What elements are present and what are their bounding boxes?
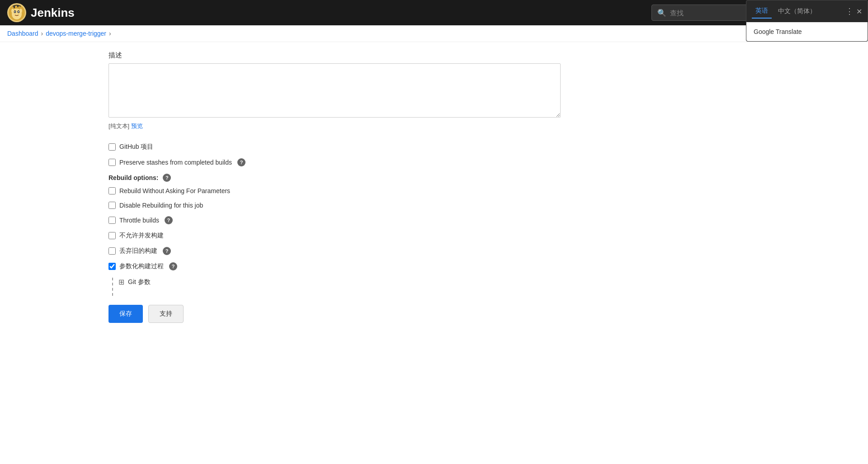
translate-close-icon[interactable]: ✕ xyxy=(856,7,862,16)
translate-tab-chinese[interactable]: 中文（简体） xyxy=(774,5,820,18)
preview-link-row: [纯文本] 预览 xyxy=(108,122,619,130)
translate-popup: 英语 中文（简体） ⋮ ✕ Google Translate xyxy=(746,0,868,42)
github-project-row: GitHub 项目 xyxy=(108,143,619,151)
grid-icon: ⊞ xyxy=(118,278,124,286)
rebuild-without-params-row: Rebuild Without Asking For Parameters xyxy=(108,187,619,194)
breadcrumb-project[interactable]: devops-merge-trigger xyxy=(46,30,106,37)
cancel-button[interactable]: 支持 xyxy=(148,305,184,323)
preserve-stashes-checkbox[interactable] xyxy=(108,159,116,166)
git-params-label: Git 参数 xyxy=(128,278,151,286)
button-row: 保存 支持 xyxy=(108,305,619,323)
svg-point-5 xyxy=(18,11,19,13)
no-concurrent-row: 不允许并发构建 xyxy=(108,232,619,240)
svg-rect-8 xyxy=(14,6,15,8)
throttle-builds-row: Throttle builds ? xyxy=(108,216,619,224)
svg-point-7 xyxy=(19,9,22,13)
parameterized-checkbox[interactable] xyxy=(108,263,116,270)
search-icon: 🔍 xyxy=(657,9,666,17)
save-button[interactable]: 保存 xyxy=(108,305,143,323)
main-content: 描述 [纯文本] 预览 GitHub 项目 Preserve stashes f… xyxy=(0,42,633,332)
breadcrumb-dashboard[interactable]: Dashboard xyxy=(7,30,38,37)
throttle-builds-label: Throttle builds xyxy=(119,217,159,224)
translate-body-text: Google Translate xyxy=(754,28,802,35)
preview-prefix: [纯文本] xyxy=(108,123,129,129)
jenkins-logo-icon xyxy=(7,3,26,22)
svg-point-6 xyxy=(11,9,14,13)
rebuild-options-heading: Rebuild options: ? xyxy=(108,174,619,182)
breadcrumb-separator-2: › xyxy=(109,30,111,37)
translate-more-icon[interactable]: ⋮ xyxy=(845,6,854,16)
app-title: Jenkins xyxy=(31,6,75,20)
preserve-stashes-row: Preserve stashes from completed builds ? xyxy=(108,158,619,166)
parameterized-label: 参数化构建过程 xyxy=(119,262,164,270)
translate-header: 英语 中文（简体） ⋮ ✕ xyxy=(746,0,868,22)
preserve-stashes-help-icon[interactable]: ? xyxy=(237,158,245,166)
svg-rect-9 xyxy=(17,5,19,7)
rebuild-without-params-label: Rebuild Without Asking For Parameters xyxy=(119,187,230,194)
discard-old-label: 丢弃旧的构建 xyxy=(119,247,157,255)
rebuild-options-label-text: Rebuild options: xyxy=(108,174,158,181)
rebuild-options-help-icon[interactable]: ? xyxy=(163,174,171,182)
breadcrumb: Dashboard › devops-merge-trigger › xyxy=(0,25,868,42)
discard-old-help-icon[interactable]: ? xyxy=(163,247,171,255)
svg-point-4 xyxy=(14,11,15,13)
preserve-stashes-label: Preserve stashes from completed builds xyxy=(119,159,232,166)
no-concurrent-checkbox[interactable] xyxy=(108,232,116,239)
preview-link[interactable]: 预览 xyxy=(131,123,143,129)
rebuild-without-params-checkbox[interactable] xyxy=(108,187,116,194)
throttle-builds-checkbox[interactable] xyxy=(108,217,116,224)
discard-old-checkbox[interactable] xyxy=(108,247,116,255)
disable-rebuilding-row: Disable Rebuilding for this job xyxy=(108,202,619,209)
breadcrumb-separator-1: › xyxy=(41,30,43,37)
translate-body: Google Translate xyxy=(746,22,868,41)
app-header: Jenkins 🔍 ? ⬜ 注册 xyxy=(0,0,868,25)
logo-container[interactable]: Jenkins xyxy=(7,3,75,22)
git-params-row: ⊞ Git 参数 xyxy=(118,278,151,286)
description-label: 描述 xyxy=(108,51,619,60)
description-textarea[interactable] xyxy=(108,63,561,118)
github-project-checkbox[interactable] xyxy=(108,143,116,151)
translate-tab-english[interactable]: 英语 xyxy=(752,4,772,19)
options-section: GitHub 项目 Preserve stashes from complete… xyxy=(108,143,619,296)
parameterized-row: 参数化构建过程 ? xyxy=(108,262,619,270)
disable-rebuilding-checkbox[interactable] xyxy=(108,202,116,209)
github-project-label: GitHub 项目 xyxy=(119,143,153,151)
parameterized-help-icon[interactable]: ? xyxy=(169,262,177,270)
discard-old-row: 丢弃旧的构建 ? xyxy=(108,247,619,255)
no-concurrent-label: 不允许并发构建 xyxy=(119,232,164,240)
disable-rebuilding-label: Disable Rebuilding for this job xyxy=(119,202,203,209)
throttle-builds-help-icon[interactable]: ? xyxy=(165,216,173,224)
git-params-section: ⊞ Git 参数 xyxy=(118,278,151,286)
